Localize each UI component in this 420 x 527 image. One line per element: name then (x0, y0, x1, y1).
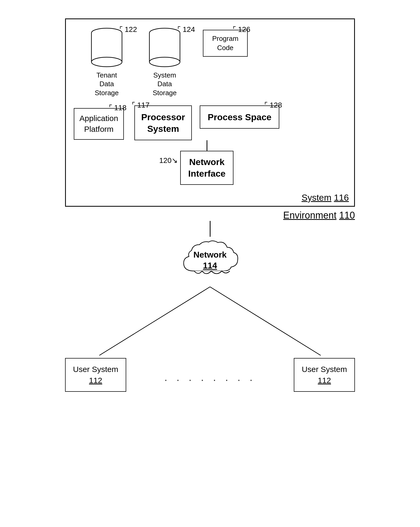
user-system-right-box: User System 112 (294, 358, 355, 392)
processor-network-group: ⌜ 117 ProcessorSystem ⌜ 128 Process Spac… (134, 105, 279, 185)
svg-line-12 (176, 287, 210, 332)
system-storage-cylinder (148, 27, 182, 69)
user-system-left-box: User System 112 (65, 358, 126, 392)
environment-label: Environment 110 (65, 210, 355, 221)
network-ref: 114 (203, 261, 217, 270)
network-cloud-area: Network 114 (173, 237, 247, 284)
app-platform-wrapper: ⌜ 118 ApplicationPlatform (74, 108, 124, 140)
environment-text: Environment (283, 210, 336, 221)
svg-point-9 (149, 57, 180, 67)
processor-system-box: ProcessorSystem (134, 105, 192, 140)
program-code-wrapper: ⌜ 126 ProgramCode (203, 30, 248, 57)
user-system-right-ref: 112 (318, 376, 331, 385)
system-storage-svg (148, 27, 182, 69)
system-to-cloud-line (210, 221, 211, 237)
environment-ref: 110 (339, 210, 355, 221)
program-code-box: ProgramCode (203, 30, 248, 57)
system-storage-ref-num: 124 (183, 25, 195, 33)
lines-svg (65, 284, 355, 358)
tenant-storage-ref-num: 122 (125, 25, 137, 33)
tenant-storage-svg (90, 27, 124, 69)
user-systems-row: User System 112 · · · · · · · · User Sys… (65, 358, 355, 392)
dots-text: · · · · · · · · (164, 374, 256, 385)
system-116-box: ⌜ 122 TenantDataStorage ⌜ 124 (65, 18, 355, 207)
system-116-label: System 116 (301, 192, 349, 203)
network-cloud-wrapper: Network 114 (173, 237, 247, 284)
network-label: Network (193, 250, 227, 259)
svg-line-11 (210, 287, 321, 355)
user-system-right-label: User System (302, 365, 347, 374)
tenant-storage-cylinder (90, 27, 124, 69)
network-interface-box: NetworkInterface (180, 151, 233, 185)
svg-line-10 (99, 287, 210, 355)
user-system-left-ref: 112 (89, 376, 102, 385)
dots-area: · · · · · · · · (164, 374, 256, 386)
user-system-left-label: User System (73, 365, 118, 374)
system-116-ref: 116 (334, 192, 349, 202)
tenant-storage-wrapper: ⌜ 122 TenantDataStorage (90, 27, 124, 98)
system-label-text: System (301, 192, 331, 202)
application-platform-box: ApplicationPlatform (74, 108, 124, 140)
middle-section: ⌜ 118 ApplicationPlatform ⌜ 117 Processo… (74, 105, 346, 185)
system-storage-label: SystemDataStorage (153, 71, 177, 98)
network-interface-ref-num: 120 (159, 156, 172, 165)
network-cloud-text: Network 114 (193, 249, 227, 271)
network-interface-ref: 120↘ (159, 156, 178, 165)
system-storage-wrapper: ⌜ 124 SystemDataStorage (148, 27, 182, 98)
svg-point-4 (91, 57, 122, 67)
storage-row: ⌜ 122 TenantDataStorage ⌜ 124 (74, 27, 346, 98)
processor-system-wrapper: ⌜ 117 ProcessorSystem (134, 105, 192, 140)
process-space-wrapper: ⌜ 128 Process Space (200, 105, 279, 140)
network-interface-wrapper: 120↘ NetworkInterface (180, 151, 233, 185)
proc-to-network-line (207, 140, 207, 151)
process-space-box: Process Space (200, 105, 279, 129)
proc-row: ⌜ 117 ProcessorSystem ⌜ 128 Process Spac… (134, 105, 279, 140)
tenant-storage-label: TenantDataStorage (95, 71, 119, 98)
diagram-container: ⌜ 122 TenantDataStorage ⌜ 124 (39, 13, 381, 514)
